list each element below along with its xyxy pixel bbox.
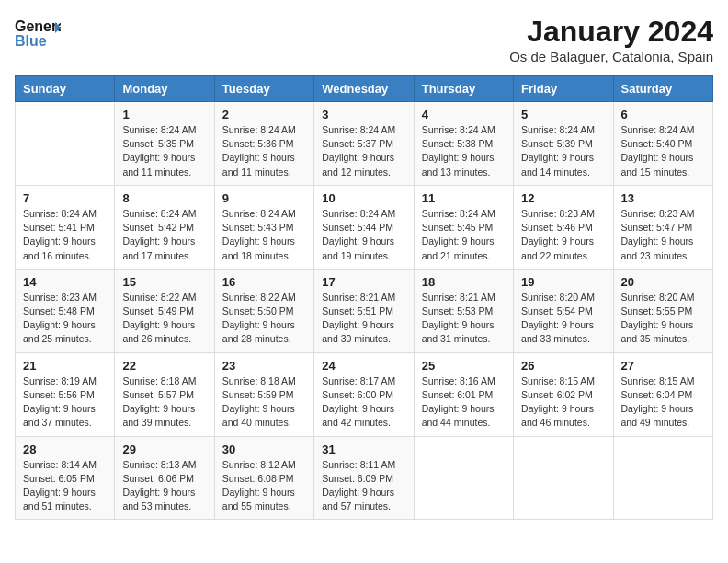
daylight-text: Daylight: 9 hours and 28 minutes. bbox=[222, 319, 295, 344]
day-number: 15 bbox=[122, 275, 206, 289]
sunset-text: Sunset: 5:37 PM bbox=[322, 138, 393, 149]
cell-info: Sunrise: 8:23 AM Sunset: 5:46 PM Dayligh… bbox=[521, 207, 605, 263]
daylight-text: Daylight: 9 hours and 35 minutes. bbox=[621, 319, 694, 344]
sunset-text: Sunset: 5:57 PM bbox=[122, 389, 194, 400]
sunset-text: Sunset: 5:51 PM bbox=[322, 305, 393, 316]
sunset-text: Sunset: 5:59 PM bbox=[222, 389, 294, 400]
sunset-text: Sunset: 5:47 PM bbox=[621, 222, 693, 233]
cell-info: Sunrise: 8:24 AM Sunset: 5:44 PM Dayligh… bbox=[322, 207, 405, 263]
cell-info: Sunrise: 8:24 AM Sunset: 5:43 PM Dayligh… bbox=[222, 207, 306, 263]
calendar-cell: 25 Sunrise: 8:16 AM Sunset: 6:01 PM Dayl… bbox=[414, 352, 513, 436]
sunrise-text: Sunrise: 8:24 AM bbox=[222, 208, 296, 219]
sunset-text: Sunset: 5:41 PM bbox=[23, 222, 95, 233]
daylight-text: Daylight: 9 hours and 30 minutes. bbox=[322, 319, 394, 344]
day-number: 24 bbox=[322, 359, 405, 373]
calendar-cell: 28 Sunrise: 8:14 AM Sunset: 6:05 PM Dayl… bbox=[16, 436, 115, 520]
day-number: 28 bbox=[23, 442, 107, 456]
daylight-text: Daylight: 9 hours and 37 minutes. bbox=[23, 403, 96, 428]
cell-info: Sunrise: 8:24 AM Sunset: 5:40 PM Dayligh… bbox=[621, 123, 705, 179]
calendar-cell: 31 Sunrise: 8:11 AM Sunset: 6:09 PM Dayl… bbox=[314, 436, 414, 520]
calendar-cell: 15 Sunrise: 8:22 AM Sunset: 5:49 PM Dayl… bbox=[115, 269, 214, 352]
calendar-cell: 19 Sunrise: 8:20 AM Sunset: 5:54 PM Dayl… bbox=[514, 269, 613, 352]
calendar-cell: 9 Sunrise: 8:24 AM Sunset: 5:43 PM Dayli… bbox=[214, 185, 313, 269]
calendar-cell: 14 Sunrise: 8:23 AM Sunset: 5:48 PM Dayl… bbox=[16, 269, 115, 352]
logo-icon: General Blue bbox=[15, 15, 61, 53]
cell-info: Sunrise: 8:24 AM Sunset: 5:35 PM Dayligh… bbox=[122, 123, 206, 179]
cell-info: Sunrise: 8:23 AM Sunset: 5:48 PM Dayligh… bbox=[23, 291, 107, 347]
sunset-text: Sunset: 6:05 PM bbox=[23, 473, 95, 484]
daylight-text: Daylight: 9 hours and 16 minutes. bbox=[23, 236, 96, 260]
day-number: 21 bbox=[23, 359, 107, 373]
col-monday: Monday bbox=[115, 76, 214, 102]
sunset-text: Sunset: 6:08 PM bbox=[222, 473, 294, 484]
sunrise-text: Sunrise: 8:24 AM bbox=[122, 124, 196, 135]
calendar-table: Sunday Monday Tuesday Wednesday Thursday… bbox=[15, 75, 713, 520]
calendar-cell: 12 Sunrise: 8:23 AM Sunset: 5:46 PM Dayl… bbox=[514, 185, 613, 269]
calendar-header-row: Sunday Monday Tuesday Wednesday Thursday… bbox=[16, 76, 713, 102]
day-number: 26 bbox=[521, 359, 605, 373]
calendar-cell: 6 Sunrise: 8:24 AM Sunset: 5:40 PM Dayli… bbox=[613, 102, 712, 186]
day-number: 23 bbox=[222, 359, 306, 373]
sunset-text: Sunset: 5:38 PM bbox=[422, 138, 494, 149]
sunset-text: Sunset: 6:04 PM bbox=[621, 389, 693, 400]
daylight-text: Daylight: 9 hours and 11 minutes. bbox=[222, 152, 295, 177]
calendar-cell: 21 Sunrise: 8:19 AM Sunset: 5:56 PM Dayl… bbox=[16, 352, 115, 436]
day-number: 11 bbox=[422, 191, 506, 205]
svg-text:Blue: Blue bbox=[15, 33, 47, 49]
daylight-text: Daylight: 9 hours and 18 minutes. bbox=[222, 236, 295, 260]
sunrise-text: Sunrise: 8:23 AM bbox=[521, 208, 595, 219]
day-number: 30 bbox=[222, 442, 306, 456]
calendar-week-1: 1 Sunrise: 8:24 AM Sunset: 5:35 PM Dayli… bbox=[16, 102, 713, 186]
sunset-text: Sunset: 5:50 PM bbox=[222, 305, 294, 316]
daylight-text: Daylight: 9 hours and 21 minutes. bbox=[422, 236, 495, 260]
sunrise-text: Sunrise: 8:24 AM bbox=[322, 208, 395, 219]
day-number: 6 bbox=[621, 108, 705, 121]
calendar-cell: 27 Sunrise: 8:15 AM Sunset: 6:04 PM Dayl… bbox=[613, 352, 712, 436]
daylight-text: Daylight: 9 hours and 22 minutes. bbox=[521, 236, 594, 260]
calendar-week-4: 21 Sunrise: 8:19 AM Sunset: 5:56 PM Dayl… bbox=[16, 352, 713, 436]
cell-info: Sunrise: 8:24 AM Sunset: 5:45 PM Dayligh… bbox=[422, 207, 506, 263]
daylight-text: Daylight: 9 hours and 39 minutes. bbox=[122, 403, 195, 428]
daylight-text: Daylight: 9 hours and 23 minutes. bbox=[621, 236, 694, 260]
sunset-text: Sunset: 6:02 PM bbox=[521, 389, 593, 400]
calendar-cell: 1 Sunrise: 8:24 AM Sunset: 5:35 PM Dayli… bbox=[115, 102, 214, 186]
page-title: January 2024 bbox=[509, 15, 713, 49]
daylight-text: Daylight: 9 hours and 12 minutes. bbox=[322, 152, 394, 177]
cell-info: Sunrise: 8:15 AM Sunset: 6:02 PM Dayligh… bbox=[521, 374, 605, 431]
svg-text:General: General bbox=[15, 18, 61, 34]
sunset-text: Sunset: 5:40 PM bbox=[621, 138, 693, 149]
cell-info: Sunrise: 8:14 AM Sunset: 6:05 PM Dayligh… bbox=[23, 458, 107, 514]
calendar-cell: 18 Sunrise: 8:21 AM Sunset: 5:53 PM Dayl… bbox=[414, 269, 513, 352]
sunset-text: Sunset: 5:56 PM bbox=[23, 389, 95, 400]
sunset-text: Sunset: 5:43 PM bbox=[222, 222, 294, 233]
sunrise-text: Sunrise: 8:11 AM bbox=[322, 459, 395, 470]
daylight-text: Daylight: 9 hours and 57 minutes. bbox=[322, 487, 394, 511]
sunrise-text: Sunrise: 8:22 AM bbox=[122, 292, 196, 303]
day-number: 1 bbox=[122, 108, 206, 121]
col-saturday: Saturday bbox=[613, 76, 712, 102]
cell-info: Sunrise: 8:19 AM Sunset: 5:56 PM Dayligh… bbox=[23, 374, 107, 431]
cell-info: Sunrise: 8:17 AM Sunset: 6:00 PM Dayligh… bbox=[322, 374, 405, 431]
daylight-text: Daylight: 9 hours and 33 minutes. bbox=[521, 319, 594, 344]
day-number: 12 bbox=[521, 191, 605, 205]
sunrise-text: Sunrise: 8:24 AM bbox=[621, 124, 695, 135]
page-subtitle: Os de Balaguer, Catalonia, Spain bbox=[509, 49, 713, 64]
daylight-text: Daylight: 9 hours and 14 minutes. bbox=[521, 152, 594, 177]
calendar-cell: 11 Sunrise: 8:24 AM Sunset: 5:45 PM Dayl… bbox=[414, 185, 513, 269]
sunset-text: Sunset: 5:35 PM bbox=[122, 138, 194, 149]
cell-info: Sunrise: 8:13 AM Sunset: 6:06 PM Dayligh… bbox=[122, 458, 206, 514]
calendar-cell bbox=[613, 436, 712, 520]
sunrise-text: Sunrise: 8:12 AM bbox=[222, 459, 296, 470]
sunrise-text: Sunrise: 8:17 AM bbox=[322, 375, 395, 386]
calendar-cell: 26 Sunrise: 8:15 AM Sunset: 6:02 PM Dayl… bbox=[514, 352, 613, 436]
daylight-text: Daylight: 9 hours and 25 minutes. bbox=[23, 319, 96, 344]
daylight-text: Daylight: 9 hours and 42 minutes. bbox=[322, 403, 394, 428]
sunrise-text: Sunrise: 8:13 AM bbox=[122, 459, 196, 470]
sunrise-text: Sunrise: 8:24 AM bbox=[23, 208, 97, 219]
daylight-text: Daylight: 9 hours and 15 minutes. bbox=[621, 152, 694, 177]
sunset-text: Sunset: 5:46 PM bbox=[521, 222, 593, 233]
day-number: 18 bbox=[422, 275, 506, 289]
calendar-cell: 3 Sunrise: 8:24 AM Sunset: 5:37 PM Dayli… bbox=[314, 102, 414, 186]
daylight-text: Daylight: 9 hours and 55 minutes. bbox=[222, 487, 295, 511]
sunset-text: Sunset: 6:09 PM bbox=[322, 473, 393, 484]
